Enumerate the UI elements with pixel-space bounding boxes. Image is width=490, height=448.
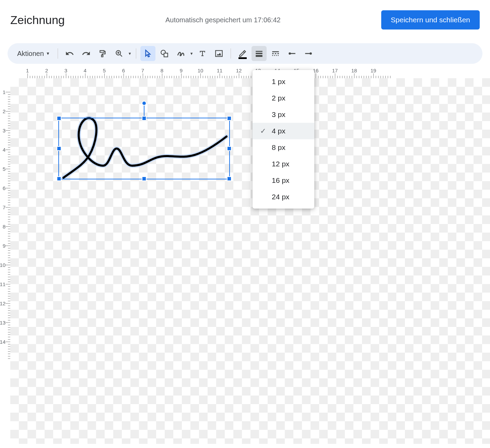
- chevron-down-icon: ▼: [46, 51, 50, 56]
- svg-rect-11: [272, 53, 273, 54]
- ruler-label: 8: [3, 224, 5, 229]
- resize-handle-se[interactable]: [227, 176, 232, 181]
- line-dash-icon: [271, 49, 280, 58]
- svg-rect-14: [272, 55, 273, 56]
- line-weight-option-label: 1 px: [272, 78, 285, 86]
- svg-rect-7: [256, 51, 262, 52]
- ruler-label: 6: [122, 68, 125, 73]
- undo-button[interactable]: [62, 46, 77, 61]
- ruler-label: 9: [3, 243, 5, 249]
- svg-rect-12: [275, 53, 276, 54]
- cursor-icon: [143, 49, 152, 58]
- line-weight-option[interactable]: ✓4 px: [253, 123, 314, 139]
- ruler-label: 7: [141, 68, 144, 73]
- svg-point-21: [310, 52, 312, 55]
- ruler-label: 9: [180, 68, 183, 73]
- separator: [136, 48, 136, 59]
- line-start-button[interactable]: [284, 46, 300, 61]
- svg-rect-10: [272, 51, 279, 52]
- toolbar: Aktionen ▼ ▼ ▼: [8, 43, 482, 64]
- text-tool-button[interactable]: [195, 46, 210, 61]
- redo-icon: [82, 49, 91, 58]
- pencil-icon: [238, 49, 247, 58]
- resize-handle-w[interactable]: [57, 146, 61, 151]
- paint-roller-icon: [98, 49, 107, 58]
- actions-label: Aktionen: [17, 50, 44, 58]
- color-swatch: [238, 57, 247, 59]
- line-weight-icon: [255, 49, 264, 58]
- ruler-label: 6: [3, 185, 5, 191]
- ruler-label: 5: [3, 166, 5, 172]
- image-icon: [214, 49, 223, 58]
- ruler-label: 17: [332, 68, 338, 73]
- svg-rect-17: [278, 55, 278, 56]
- zoom-icon: [115, 49, 124, 58]
- ruler-label: 4: [3, 147, 5, 153]
- resize-handle-nw[interactable]: [57, 116, 61, 121]
- line-weight-button[interactable]: [252, 46, 267, 61]
- shape-tool-button[interactable]: [157, 46, 172, 61]
- line-weight-option[interactable]: 16 px: [253, 172, 314, 189]
- line-start-icon: [288, 49, 296, 58]
- zoom-dropdown[interactable]: ▼: [128, 51, 132, 56]
- scribble-icon: [176, 49, 185, 58]
- ruler-label: 11: [217, 68, 223, 73]
- resize-handle-s[interactable]: [142, 176, 147, 181]
- resize-handle-e[interactable]: [227, 146, 232, 151]
- resize-handle-n[interactable]: [142, 116, 147, 121]
- line-weight-option[interactable]: 1 px: [253, 73, 314, 90]
- text-icon: [198, 49, 207, 58]
- ruler-label: 14: [0, 339, 5, 345]
- ruler-label: 12: [236, 68, 242, 73]
- line-weight-option[interactable]: 24 px: [253, 189, 314, 205]
- paint-format-button[interactable]: [95, 46, 110, 61]
- ruler-label: 12: [0, 300, 5, 306]
- ruler-label: 8: [161, 68, 163, 73]
- line-weight-option-label: 12 px: [272, 160, 289, 168]
- svg-rect-8: [256, 53, 262, 54]
- line-weight-option-label: 4 px: [272, 127, 285, 135]
- line-weight-option[interactable]: 8 px: [253, 139, 314, 156]
- undo-icon: [65, 49, 74, 58]
- redo-button[interactable]: [79, 46, 94, 61]
- line-weight-option[interactable]: 12 px: [253, 156, 314, 172]
- line-dropdown[interactable]: ▼: [190, 51, 194, 56]
- ruler-label: 3: [3, 128, 5, 133]
- line-end-button[interactable]: [301, 46, 316, 61]
- horizontal-ruler: 12345678910111213141516171819: [10, 67, 490, 78]
- line-weight-menu: 1 px2 px3 px✓4 px8 px12 px16 px24 px: [253, 70, 314, 209]
- line-end-icon: [304, 49, 313, 58]
- ruler-label: 13: [0, 320, 5, 326]
- line-weight-option-label: 16 px: [272, 176, 289, 185]
- page-title: Zeichnung: [10, 13, 65, 27]
- check-icon: ✓: [259, 127, 267, 135]
- actions-menu-button[interactable]: Aktionen ▼: [14, 48, 54, 60]
- rotation-handle[interactable]: [142, 101, 147, 106]
- resize-handle-ne[interactable]: [227, 116, 232, 121]
- scribble-tool-button[interactable]: [173, 46, 188, 61]
- ruler-label: 3: [65, 68, 67, 73]
- line-dash-button[interactable]: [268, 46, 283, 61]
- image-tool-button[interactable]: [211, 46, 226, 61]
- line-weight-option[interactable]: 3 px: [253, 106, 314, 123]
- svg-rect-16: [276, 55, 277, 56]
- zoom-button[interactable]: [112, 46, 127, 61]
- select-tool-button[interactable]: [140, 46, 155, 61]
- ruler-label: 19: [371, 68, 376, 73]
- ruler-label: 1: [26, 68, 29, 73]
- ruler-label: 10: [0, 262, 5, 268]
- save-close-button[interactable]: Speichern und schließen: [381, 10, 480, 30]
- svg-rect-9: [256, 55, 262, 57]
- ruler-label: 2: [45, 68, 48, 73]
- resize-handle-sw[interactable]: [57, 176, 61, 181]
- selection-box[interactable]: [58, 118, 230, 179]
- line-weight-option[interactable]: 2 px: [253, 90, 314, 106]
- ruler-label: 1: [3, 89, 5, 95]
- ruler-label: 5: [103, 68, 106, 73]
- svg-line-1: [120, 55, 122, 56]
- drawing-canvas[interactable]: [10, 78, 490, 444]
- ruler-label: 2: [3, 108, 5, 114]
- ruler-label: 4: [84, 68, 86, 73]
- line-weight-option-label: 24 px: [272, 193, 289, 201]
- border-color-button[interactable]: [235, 46, 250, 61]
